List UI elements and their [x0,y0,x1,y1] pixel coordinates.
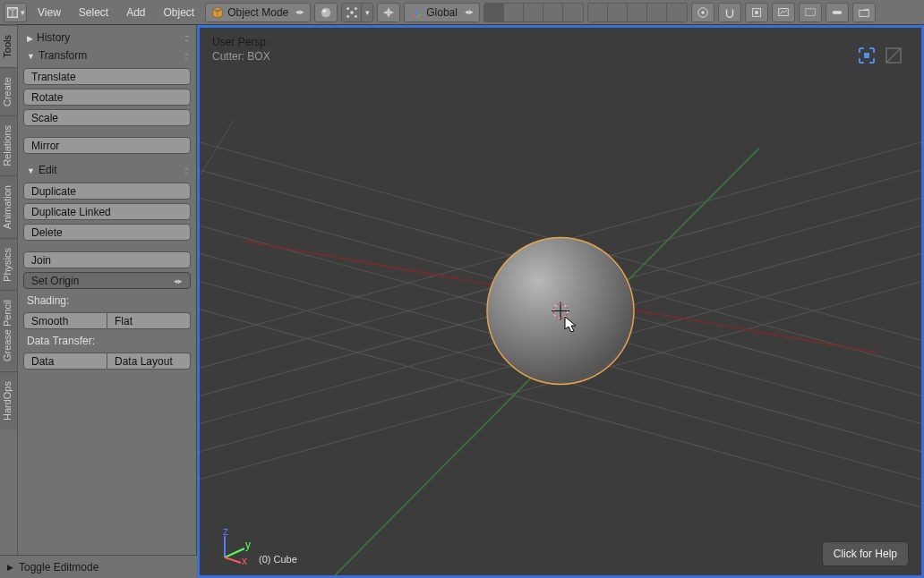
svg-point-4 [346,7,349,10]
svg-point-5 [355,7,357,10]
vertical-tabs: Tools Create Relations Animation Physics… [0,25,18,578]
vtab-create[interactable]: Create [0,67,17,115]
menu-view[interactable]: View [30,3,68,22]
svg-point-1 [321,7,331,17]
edit-panel-header[interactable]: ▼Edit :::: [21,161,192,179]
layer-cell[interactable] [647,4,667,21]
layer-cell[interactable] [628,4,647,21]
layer-cell[interactable] [667,4,687,21]
vtab-animation[interactable]: Animation [0,175,17,238]
data-button[interactable]: Data [23,353,107,370]
layer-cell[interactable] [504,4,524,21]
toggle-editmode-label: Toggle Editmode [19,561,98,574]
transform-title: Transform [38,49,87,62]
layer-cell[interactable] [524,4,543,21]
camera-frame-icon[interactable] [857,46,877,65]
viewport-info: User Persp Cutter: BOX [212,35,270,64]
mode-dropdown[interactable]: Object Mode ◂▸ [205,3,311,22]
chevron-updown-icon: ◂▸ [295,8,304,16]
svg-rect-14 [806,8,816,15]
flat-button[interactable]: Flat [107,312,191,329]
proportional-edit-icon[interactable] [691,3,714,22]
join-button[interactable]: Join [23,251,191,268]
layer-cell[interactable] [588,4,608,21]
rotate-button[interactable]: Rotate [23,89,191,106]
help-button[interactable]: Click for Help [822,541,909,566]
footer-bar[interactable]: ▶ Toggle Editmode [0,555,197,578]
mirror-button[interactable]: Mirror [23,137,191,154]
menu-select[interactable]: Select [72,3,116,22]
svg-text:z: z [223,529,228,538]
duplicate-linked-button[interactable]: Duplicate Linked [23,203,191,220]
translate-button[interactable]: Translate [23,68,191,85]
3d-viewport[interactable]: User Persp Cutter: BOX z y x (0) Cube Cl… [197,25,924,578]
record-icon[interactable] [826,3,849,22]
render-border-icon[interactable] [799,3,822,22]
orientation-dropdown[interactable]: Global ◂▸ [404,3,480,22]
vtab-grease-pencil[interactable]: Grease Pencil [0,290,17,370]
svg-line-26 [200,121,234,575]
triangle-right-icon: ▶ [27,34,33,43]
duplicate-button[interactable]: Duplicate [23,183,191,200]
clapperboard-icon[interactable] [852,3,876,22]
svg-point-10 [701,11,705,14]
vtab-relations[interactable]: Relations [0,115,17,175]
svg-point-2 [323,9,327,13]
snap-icon[interactable] [718,3,741,22]
layers-group-b[interactable] [587,3,688,22]
svg-rect-38 [864,53,869,58]
triangle-down-icon: ▼ [27,52,35,61]
layer-cell[interactable] [563,4,583,21]
edit-title: Edit [38,164,57,176]
history-title: History [37,31,70,44]
chevron-updown-icon: ◂▸ [465,8,474,16]
mode-label: Object Mode [227,6,288,19]
data-layout-button[interactable]: Data Layout [107,353,191,370]
delete-button[interactable]: Delete [23,224,191,241]
tool-shelf: ▶History :::: ▼Transform :::: Translate … [18,25,197,578]
axis-gizmo: z y x [216,529,252,565]
svg-text:x: x [242,555,247,565]
set-origin-dropdown[interactable]: Set Origin ◂▸ [23,272,191,289]
pivot-icon[interactable] [342,4,362,21]
data-transfer-label: Data Transfer: [23,333,191,349]
snap-target-icon[interactable] [745,3,768,22]
svg-point-6 [346,15,349,18]
menu-add[interactable]: Add [119,3,152,22]
history-panel-header[interactable]: ▶History :::: [21,29,192,47]
smooth-button[interactable]: Smooth [23,312,107,329]
layer-cell[interactable] [484,4,504,21]
triangle-down-icon: ▼ [27,166,35,175]
pivot-dropdown-arrow[interactable]: ▾ [362,4,372,21]
vtab-hardops[interactable]: HardOps [0,371,17,429]
vtab-physics[interactable]: Physics [0,238,17,291]
pivot-group[interactable]: ▾ [341,3,373,22]
expand-icon[interactable] [884,46,903,65]
grip-icon: :::: [184,33,187,43]
menu-object[interactable]: Object [157,3,202,22]
grip-icon: :::: [184,166,187,175]
scale-button[interactable]: Scale [23,109,191,126]
cube-icon [211,6,224,19]
axis-icon [410,6,423,19]
editor-type-dropdown[interactable]: ▾ [4,3,27,22]
layer-cell[interactable] [543,4,563,21]
svg-rect-12 [755,11,758,14]
active-object-label: (0) Cube [259,554,297,565]
vtab-tools[interactable]: Tools [0,25,17,67]
shading-sphere-icon[interactable] [314,3,338,22]
layers-group-a[interactable] [483,3,584,22]
layer-cell[interactable] [608,4,628,21]
svg-point-7 [355,15,357,18]
transform-panel-header[interactable]: ▼Transform :::: [21,47,192,64]
manipulator-toggle-icon[interactable] [377,3,400,22]
svg-text:y: y [245,539,251,551]
orientation-label: Global [426,6,458,19]
3d-cursor [548,299,573,327]
svg-rect-18 [860,10,869,16]
shading-label: Shading: [23,293,191,309]
render-preview-icon[interactable] [772,3,795,22]
persp-label: User Persp [212,35,270,49]
svg-line-44 [225,557,241,563]
svg-point-3 [350,11,354,14]
